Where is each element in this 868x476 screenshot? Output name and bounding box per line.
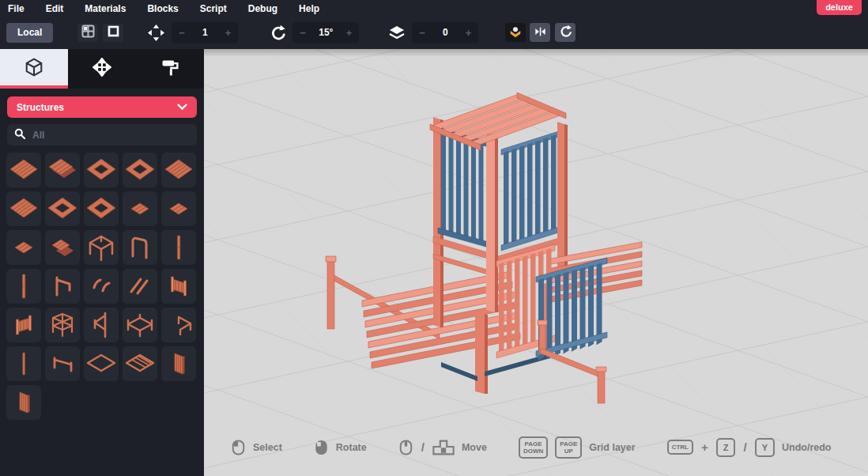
mirror-button[interactable] [530,23,550,42]
toolbar: Local − 1 + [0,17,868,48]
move-step-minus-button[interactable]: − [179,28,185,38]
structure-tile-pole-tall[interactable] [161,230,196,265]
move-step-plus-button[interactable]: + [225,28,232,38]
hint-separator: / [742,440,747,454]
keycap-z: Z [716,438,736,457]
category-dropdown[interactable]: Structures [7,96,197,118]
tile-view-button[interactable] [77,24,98,42]
paint-roller-icon [161,59,179,80]
keycap-page-up: PAGEUP [555,436,582,459]
move-icon [92,58,111,80]
grid-layer-plus-button[interactable]: + [466,28,472,38]
move-step-stepper: − 1 + [172,22,238,43]
hint-rotate: Rotate [314,439,367,456]
structure-tile-plank-flat[interactable] [6,230,41,265]
keycap-ctrl: CTRL [667,440,693,455]
topbar: FileEditMaterialsBlocksScriptDebugHelp L… [0,0,868,49]
menu-item-script[interactable]: Script [200,3,227,14]
menu-item-debug[interactable]: Debug [248,3,277,14]
structure-tile-frame-open[interactable] [84,153,119,187]
cube-icon [25,58,43,80]
structure-grid [0,145,204,427]
menu-item-file[interactable]: File [8,3,25,14]
structure-tile-platform-small[interactable] [6,191,41,226]
spawn-point-button[interactable] [505,23,526,42]
sidebar: Structures [0,49,204,476]
structure-tile-plank-tilted[interactable] [161,191,196,226]
structure-tile-platform-solid[interactable] [6,153,41,187]
structure-tile-plank-small[interactable] [123,191,157,226]
viewport-canvas[interactable] [204,49,868,476]
structure-tile-panel-solid-small[interactable] [6,385,41,420]
menubar: FileEditMaterialsBlocksScriptDebugHelp [0,0,868,17]
mouse-middle-icon [398,439,413,456]
structure-tile-frame-square[interactable] [45,191,80,226]
hint-separator: / [421,440,425,454]
voxel-editor-app: FileEditMaterialsBlocksScriptDebugHelp L… [0,0,868,476]
category-dropdown-label: Structures [17,102,64,113]
square-icon [108,25,119,40]
tab-structures[interactable] [0,49,68,89]
hint-label: Rotate [336,442,367,453]
tab-move[interactable] [68,49,136,89]
move-icon [147,24,165,42]
sidebar-tabs [0,49,204,89]
hint-label: Undo/redo [782,442,832,453]
tab-paint[interactable] [136,49,204,89]
structure-tile-plank-steps[interactable] [45,230,80,265]
structure-tile-platform-layered[interactable] [45,153,80,187]
grid-tiles-icon [81,25,95,40]
structure-tile-rail-hook[interactable] [45,269,80,304]
single-view-button[interactable] [103,24,123,42]
menu-item-materials[interactable]: Materials [85,3,126,14]
menu-item-help[interactable]: Help [299,3,319,14]
rotate-icon [270,25,286,41]
hint-bar: SelectRotate/MovePAGEDOWNPAGEUPGrid laye… [231,436,832,459]
hint-label: Grid layer [589,442,635,453]
structure-tile-panel-solid[interactable] [161,346,196,381]
structure-tile-frame-half[interactable] [161,308,196,342]
deluxe-badge: deluxe [817,0,862,15]
hint-grid-layer: PAGEDOWNPAGEUPGrid layer [519,436,636,459]
grid-layer-value: 0 [443,27,448,38]
hint-undo-redo: CTRL+Z/YUndo/redo [667,438,832,457]
grid-layer-stepper: − 0 + [412,22,478,43]
mouse-left-icon [231,439,246,456]
structure-tile-platform-wide[interactable] [161,153,196,187]
rotate-step-minus-button[interactable]: − [300,28,306,38]
structure-tile-frame-posts-tall[interactable] [84,230,119,265]
structure-tile-frame-slatted[interactable] [123,153,157,187]
structure-tile-frame-hex[interactable] [45,308,80,342]
structure-tile-frame-triangle[interactable] [84,308,119,342]
keycap-page-down: PAGEDOWN [519,436,548,459]
structure-tile-rail-low[interactable] [45,346,80,381]
structure-tile-ring-open[interactable] [84,346,119,381]
structure-tile-arc-pair[interactable] [84,269,119,304]
viewport[interactable]: SelectRotate/MovePAGEDOWNPAGEUPGrid laye… [204,49,868,476]
structure-model [326,93,642,403]
chevron-down-icon [177,104,187,111]
reset-rotation-button[interactable] [555,23,576,42]
structure-tile-pole[interactable] [6,269,41,304]
menu-item-edit[interactable]: Edit [46,3,64,14]
hint-label: Select [253,442,282,453]
search-box [7,124,197,145]
search-input[interactable] [31,129,190,142]
menu-item-blocks[interactable]: Blocks [147,3,178,14]
structure-tile-frame-large[interactable] [84,191,119,226]
local-button[interactable]: Local [6,23,53,43]
rotate-step-plus-button[interactable]: + [346,28,353,38]
rotate-step-value: 15° [319,27,333,38]
hint-move: /Move [398,439,487,456]
structure-tile-pole-diagonal-pair[interactable] [123,269,157,304]
structure-tile-frame-low-posts[interactable] [123,308,157,342]
structure-tile-fence-panel-mirrored[interactable] [6,308,41,342]
structure-tile-arch-posts[interactable] [123,230,157,265]
spawn-icon [508,25,523,41]
rotate-step-stepper: − 15° + [292,22,359,43]
structure-tile-pole-thin[interactable] [6,346,41,381]
structure-tile-ring-slatted[interactable] [123,346,157,381]
structure-tile-fence-panel[interactable] [161,269,196,304]
hint-separator: + [700,440,709,454]
grid-layer-minus-button[interactable]: − [419,28,425,38]
